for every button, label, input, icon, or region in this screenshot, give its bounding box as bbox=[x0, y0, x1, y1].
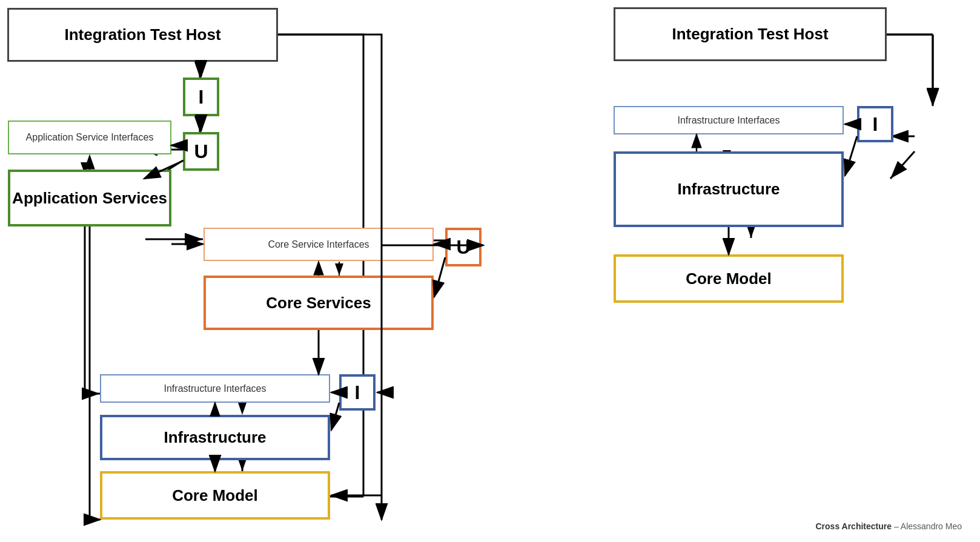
application-services: Application Services bbox=[8, 170, 171, 226]
right-i-box: I bbox=[857, 106, 893, 142]
core-service-interfaces: Core Service Interfaces bbox=[204, 228, 434, 261]
right-infrastructure: Infrastructure bbox=[614, 151, 844, 227]
core-services: Core Services bbox=[204, 276, 434, 330]
app-service-interfaces: Application Service Interfaces bbox=[8, 121, 171, 154]
svg-line-19 bbox=[890, 151, 915, 179]
diagram-container: Integration Test Host I U Application Se… bbox=[0, 0, 980, 542]
left-infrastructure: Infrastructure bbox=[100, 415, 330, 460]
left-u-box-top: U bbox=[183, 132, 219, 171]
left-u-box-mid: U bbox=[445, 228, 482, 266]
left-i-box-top: I bbox=[183, 78, 219, 116]
left-infrastructure-interfaces: Infrastructure Interfaces bbox=[100, 374, 330, 403]
right-infrastructure-interfaces: Infrastructure Interfaces bbox=[614, 106, 844, 134]
footer: Cross Architecture – Alessandro Meo bbox=[816, 521, 962, 531]
right-core-model: Core Model bbox=[614, 254, 844, 303]
right-integration-test-host: Integration Test Host bbox=[614, 7, 887, 61]
left-core-model: Core Model bbox=[100, 471, 330, 520]
left-integration-test-host: Integration Test Host bbox=[7, 8, 278, 62]
left-i-box-bottom: I bbox=[339, 374, 376, 411]
